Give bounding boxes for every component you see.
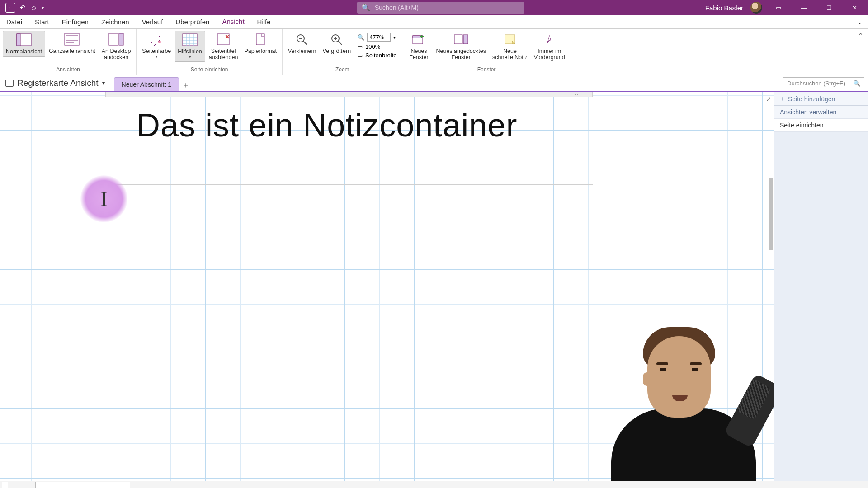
status-field[interactable] [35,482,130,488]
immer-im-vordergrund-button[interactable]: Immer im Vordergrund [531,31,568,63]
normalansicht-icon [16,33,32,47]
notebook-picker[interactable]: Registerkarte Ansicht ▾ [0,78,109,91]
page-list-item[interactable]: Ansichten verwalten [774,106,868,119]
section-tab-label: Neuer Abschnitt 1 [122,81,172,88]
menu-start[interactable]: Start [28,15,56,28]
collapse-ribbon-icon[interactable]: ⌄ [857,18,863,26]
user-name[interactable]: Fabio Basler [705,4,743,12]
ribbon-group-label: Seite einrichten [137,66,282,75]
user-avatar[interactable] [750,2,762,14]
neues-angedocktes-fenster-button[interactable]: Neues angedocktes Fenster [433,31,489,63]
hilfslinien-icon [182,33,198,47]
neue-schnelle-notiz-button[interactable]: Neue schnelle Notiz [490,31,530,63]
page-title-text[interactable]: Das ist ein Notizcontainer [137,107,517,144]
svg-rect-13 [454,35,462,44]
neues-fenster-button[interactable]: Neues Fenster [405,31,432,63]
expand-pane-icon[interactable]: ⤢ [764,94,774,104]
section-tab[interactable]: Neuer Abschnitt 1 [114,77,179,91]
title-bar: ← ↶ ☺ ▾ Seite einrichten - OneNote 🔍 Fab… [0,0,868,15]
svg-point-5 [158,41,161,43]
zoom-out-icon [294,33,310,46]
text-cursor-icon: I [100,187,107,211]
collapse-ribbon-icon[interactable]: ⌃ [858,32,863,40]
search-icon: 🔍 [357,34,364,41]
seitenfarbe-icon [148,33,165,46]
chevron-down-icon: ▾ [189,55,191,59]
docked-window-icon [453,33,469,46]
note-container-grip[interactable] [105,92,593,97]
ribbon-display-icon[interactable]: ▭ [769,0,788,15]
svg-rect-14 [463,35,468,44]
seitenfarbe-button[interactable]: Seitenfarbe ▾ [139,31,174,61]
search-icon: 🔍 [853,80,860,87]
vertical-scrollbar[interactable] [769,178,773,250]
zoom-input[interactable] [367,33,391,42]
ribbon-group-label: Fenster [402,66,570,75]
menu-zeichnen[interactable]: Zeichnen [95,15,136,28]
verkleinern-button[interactable]: Verkleinern [285,31,319,56]
page-list-item[interactable]: Seite einrichten [774,119,868,132]
notebook-name: Registerkarte Ansicht [17,78,99,88]
vergroessern-button[interactable]: Vergrößern [320,31,354,56]
ribbon-group-fenster: Neues Fenster Neues angedocktes Fenster … [402,29,570,75]
main-area: ↔ Das ist ein Notizcontainer I ⤢ ＋ Seite… [0,92,868,481]
nav-back-icon[interactable]: ← [5,3,15,13]
undo-icon[interactable]: ↶ [20,4,26,12]
emoji-icon[interactable]: ☺ [30,4,37,12]
page-icon: ▭ [357,43,363,50]
note-container-resize-icon[interactable]: ↔ [568,92,585,97]
new-window-icon [410,33,427,46]
minimize-button[interactable]: — [795,0,813,15]
chevron-down-icon: ▾ [156,54,158,59]
menu-einfuegen[interactable]: Einfügen [56,15,95,28]
ganzseitenansicht-icon [64,33,80,46]
status-handle[interactable] [2,482,8,488]
svg-rect-1 [17,34,20,46]
ganzseitenansicht-button[interactable]: Ganzseitenansicht [46,31,98,56]
an-desktop-andocken-button[interactable]: An Desktop andocken [99,31,134,63]
svg-rect-8 [256,34,264,45]
page-canvas[interactable]: ↔ Das ist ein Notizcontainer I [0,92,774,481]
normalansicht-button[interactable]: Normalansicht [3,31,45,57]
ribbon-group-zoom: Verkleinern Vergrößern 🔍 ▾ ▭ 100% ▭ Se [283,29,402,75]
add-section-button[interactable]: ＋ [179,79,193,91]
add-page-button[interactable]: ⤢ ＋ Seite hinzufügen [774,92,868,106]
dock-icon [108,33,124,46]
svg-rect-7 [217,34,229,45]
menu-ueberpruefen[interactable]: Überprüfen [169,15,216,28]
svg-rect-4 [119,33,123,45]
menu-bar: Datei Start Einfügen Zeichnen Verlauf Üb… [0,15,868,29]
hilfslinien-button[interactable]: Hilfslinien ▾ [175,31,205,62]
maximize-button[interactable]: ☐ [820,0,838,15]
qat-dropdown-icon[interactable]: ▾ [42,5,44,10]
seitenbreite-button[interactable]: ▭ Seitenbreite [357,52,396,59]
ribbon-group-label: Zoom [283,66,402,75]
plus-icon: ＋ [779,95,785,103]
close-button[interactable]: ✕ [845,0,863,15]
papierformat-button[interactable]: Papierformat [241,31,279,56]
zoom-value-row[interactable]: 🔍 ▾ [357,33,396,42]
svg-rect-2 [65,33,79,45]
page-list-pane: ⤢ ＋ Seite hinzufügen ▸ Ansichten verwalt… [774,92,868,481]
page-width-icon: ▭ [357,52,363,59]
global-search-input[interactable] [375,4,520,11]
chevron-down-icon: ▾ [102,80,105,86]
status-bar [0,481,868,488]
zoom-in-icon [329,33,345,46]
global-search[interactable]: 🔍 [357,2,524,14]
seitentitel-ausblenden-button[interactable]: Seitentitel ausblenden [206,31,241,63]
menu-ansicht[interactable]: Ansicht [216,15,250,28]
menu-verlauf[interactable]: Verlauf [136,15,170,28]
papierformat-icon [252,33,269,46]
menu-hilfe[interactable]: Hilfe [251,15,277,28]
search-icon: 🔍 [362,4,370,12]
page-search[interactable]: Durchsuchen (Strg+E) 🔍 [783,77,864,89]
zoom-100-button[interactable]: ▭ 100% [357,43,396,50]
menu-datei[interactable]: Datei [0,15,28,28]
add-page-label: Seite hinzufügen [788,95,835,103]
svg-rect-3 [109,33,118,45]
page-search-placeholder: Durchsuchen (Strg+E) [787,80,845,87]
chevron-down-icon[interactable]: ▾ [393,35,396,40]
notebook-header: Registerkarte Ansicht ▾ Neuer Abschnitt … [0,75,868,92]
ribbon-group-label: Ansichten [0,66,136,75]
